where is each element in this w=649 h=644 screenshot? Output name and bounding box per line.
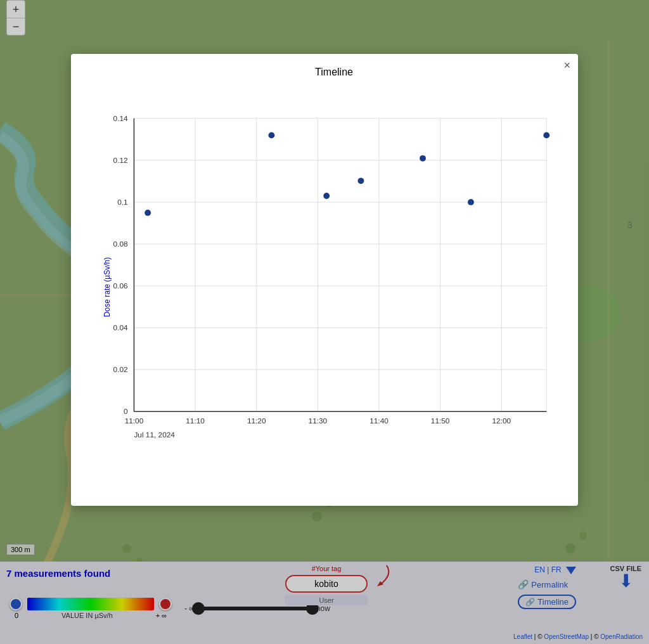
chart-container: Dose rate (µSv/h)	[109, 87, 559, 487]
svg-text:11:50: 11:50	[431, 416, 450, 425]
svg-text:11:40: 11:40	[369, 416, 389, 425]
data-point-4	[357, 177, 364, 184]
svg-text:0.06: 0.06	[113, 281, 128, 290]
svg-text:0.1: 0.1	[117, 198, 127, 207]
chart-svg: 0 0.02 0.04 0.06 0.08 0.1 0.12 0.14 11:0…	[109, 87, 559, 487]
svg-text:11:20: 11:20	[247, 416, 266, 425]
svg-text:0.08: 0.08	[113, 240, 128, 248]
modal-close-button[interactable]: ×	[563, 59, 570, 72]
y-axis-label: Dose rate (µSv/h)	[103, 257, 112, 317]
svg-text:0: 0	[124, 407, 128, 416]
svg-text:0.02: 0.02	[113, 365, 128, 374]
data-point-5	[420, 155, 426, 162]
modal-overlay: × Timeline Dose rate (µSv/h)	[0, 0, 649, 644]
data-point-6	[468, 199, 474, 205]
svg-text:0.14: 0.14	[113, 114, 128, 123]
modal-title: Timeline	[109, 67, 559, 78]
svg-text:0.04: 0.04	[113, 323, 128, 332]
data-point-1	[145, 210, 151, 216]
data-point-7	[543, 132, 549, 138]
timeline-modal: × Timeline Dose rate (µSv/h)	[71, 54, 578, 506]
svg-text:11:10: 11:10	[186, 416, 205, 425]
svg-text:11:30: 11:30	[309, 416, 328, 425]
svg-text:11:00: 11:00	[125, 416, 144, 425]
svg-text:12:00: 12:00	[492, 416, 511, 425]
data-point-2	[268, 132, 274, 138]
svg-text:Jul 11, 2024: Jul 11, 2024	[134, 430, 175, 439]
svg-text:0.12: 0.12	[113, 156, 128, 165]
data-point-3	[323, 193, 330, 199]
